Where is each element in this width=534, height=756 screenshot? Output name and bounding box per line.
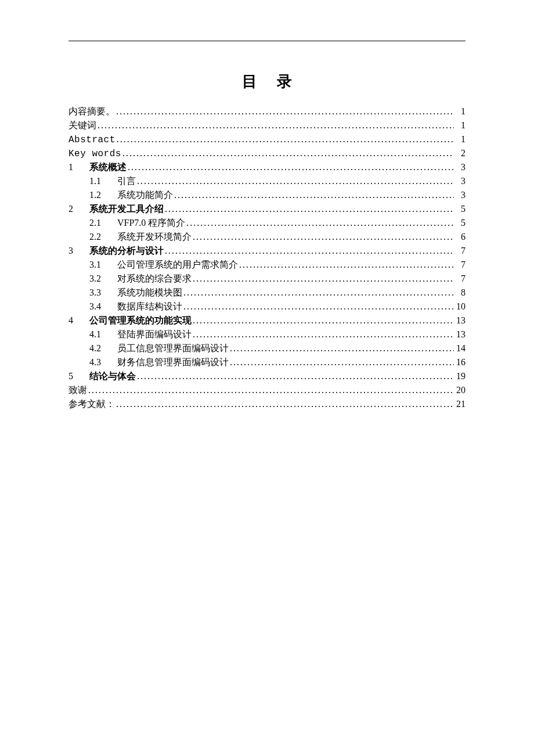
toc-page-number: 8 <box>454 286 466 300</box>
toc-label: 财务信息管理界面编码设计 <box>117 355 229 369</box>
toc-page-number: 1 <box>454 132 466 146</box>
toc-label: 系统功能模块图 <box>117 286 182 300</box>
toc-entry: 1.2系统功能简介...............................… <box>68 188 466 202</box>
toc-entry: 4公司管理系统的功能实现............................… <box>68 314 466 327</box>
toc-number: 4.1 <box>89 327 117 341</box>
toc-label: 内容摘要。 <box>68 105 115 118</box>
toc-leader-dots: ........................................… <box>87 383 454 397</box>
toc-entry: 5结论与体会..................................… <box>68 369 466 383</box>
toc-page-number: 1 <box>454 105 466 118</box>
toc-entry: 参考文献：...................................… <box>68 397 466 411</box>
toc-label: Key words <box>68 147 121 160</box>
toc-page-number: 3 <box>454 188 466 202</box>
toc-label: VFP7.0 程序简介 <box>117 216 185 230</box>
toc-entry: 2系统开发工具介绍...............................… <box>68 202 466 216</box>
toc-label: 登陆界面编码设计 <box>117 327 192 341</box>
toc-page-number: 5 <box>454 216 466 230</box>
toc-entry: Key words...............................… <box>68 146 466 160</box>
toc-page-number: 14 <box>454 341 466 355</box>
toc-number: 3 <box>68 244 89 258</box>
toc-page-number: 13 <box>454 314 466 327</box>
toc-leader-dots: ........................................… <box>192 327 454 341</box>
toc-entry: 1.1引言...................................… <box>68 174 466 188</box>
toc-label: Abstract <box>68 133 116 146</box>
toc-label: 系统概述 <box>89 160 127 174</box>
toc-leader-dots: ........................................… <box>127 160 454 174</box>
toc-number: 4.2 <box>89 341 117 355</box>
toc-entry: 关键词.....................................… <box>68 118 466 132</box>
toc-leader-dots: ........................................… <box>238 258 454 272</box>
toc-leader-dots: ........................................… <box>192 230 454 244</box>
toc-leader-dots: ........................................… <box>182 286 454 300</box>
toc-label: 数据库结构设计 <box>117 300 182 314</box>
toc-leader-dots: ........................................… <box>229 355 454 369</box>
toc-leader-dots: ........................................… <box>96 118 454 132</box>
toc-label: 公司管理系统的用户需求简介 <box>117 258 238 272</box>
toc-number: 4.3 <box>89 355 117 369</box>
toc-label: 致谢 <box>68 383 87 397</box>
toc-entry: 2.1 VFP7.0 程序简介 ........................… <box>68 216 466 230</box>
toc-leader-dots: ........................................… <box>173 188 454 202</box>
document-page: 目 录 内容摘要。...............................… <box>0 0 534 411</box>
toc-number: 3.1 <box>89 258 117 272</box>
toc-page-number: 3 <box>454 174 466 188</box>
toc-leader-dots: ........................................… <box>164 244 454 258</box>
toc-number: 2 <box>68 202 89 216</box>
toc-label: 参考文献： <box>68 397 115 411</box>
toc-label: 员工信息管理界面编码设计 <box>117 341 229 355</box>
toc-page-number: 19 <box>454 369 466 383</box>
toc-page-number: 13 <box>454 327 466 341</box>
toc-entry: 3系统的分析与设计...............................… <box>68 244 466 258</box>
toc-number: 3.3 <box>89 286 117 300</box>
toc-leader-dots: ........................................… <box>229 341 454 355</box>
toc-page-number: 10 <box>454 300 466 314</box>
toc-leader-dots: ........................................… <box>115 397 454 411</box>
toc-leader-dots: ........................................… <box>192 314 454 327</box>
toc-label: 公司管理系统的功能实现 <box>89 314 192 327</box>
toc-label: 对系统的综合要求 <box>117 272 192 286</box>
toc-page-number: 7 <box>454 272 466 286</box>
toc-page-number: 1 <box>454 118 466 132</box>
toc-number: 3.4 <box>89 300 117 314</box>
toc-label: 引言 <box>117 174 136 188</box>
toc-number: 2.1 <box>89 216 117 230</box>
toc-entry: 3.4 数据库结构设计.............................… <box>68 300 466 314</box>
toc-leader-dots: ........................................… <box>115 105 454 118</box>
toc-number: 3.2 <box>89 272 117 286</box>
toc-label: 系统开发环境简介 <box>117 230 192 244</box>
toc-number: 1 <box>68 160 89 174</box>
toc-leader-dots: ........................................… <box>136 174 454 188</box>
toc-entry: 致谢......................................… <box>68 383 466 397</box>
table-of-contents: 内容摘要。...................................… <box>68 105 466 411</box>
toc-page-number: 3 <box>454 160 466 174</box>
toc-page-number: 16 <box>454 355 466 369</box>
toc-number: 2.2 <box>89 230 117 244</box>
toc-entry: 4.2员工信息管理界面编码设计.........................… <box>68 341 466 355</box>
page-title: 目 录 <box>68 71 466 92</box>
toc-entry: 4.3财务信息管理界面编码设计.........................… <box>68 355 466 369</box>
toc-page-number: 6 <box>454 230 466 244</box>
toc-leader-dots: ........................................… <box>116 132 454 146</box>
toc-label: 系统功能简介 <box>117 188 173 202</box>
header-rule <box>68 41 466 41</box>
toc-number: 1.2 <box>89 188 117 202</box>
toc-label: 系统开发工具介绍 <box>89 202 164 216</box>
toc-entry: 4.1登陆界面编码设计.............................… <box>68 327 466 341</box>
toc-leader-dots: ........................................… <box>182 300 454 314</box>
toc-entry: 1系统概述...................................… <box>68 160 466 174</box>
toc-leader-dots: ........................................… <box>121 146 454 160</box>
toc-entry: 3.2 对系统的综合要求............................… <box>68 272 466 286</box>
toc-leader-dots: ........................................… <box>164 202 454 216</box>
toc-number: 4 <box>68 314 89 327</box>
toc-leader-dots: ........................................… <box>185 216 454 230</box>
toc-entry: 2.2 系统开发环境简介............................… <box>68 230 466 244</box>
toc-label: 系统的分析与设计 <box>89 244 164 258</box>
toc-page-number: 7 <box>454 244 466 258</box>
toc-page-number: 5 <box>454 202 466 216</box>
toc-page-number: 2 <box>454 146 466 160</box>
toc-label: 结论与体会 <box>89 369 136 383</box>
toc-page-number: 20 <box>454 383 466 397</box>
toc-number: 5 <box>68 369 89 383</box>
toc-entry: 3.1 公司管理系统的用户需求简介.......................… <box>68 258 466 272</box>
toc-leader-dots: ........................................… <box>136 369 454 383</box>
